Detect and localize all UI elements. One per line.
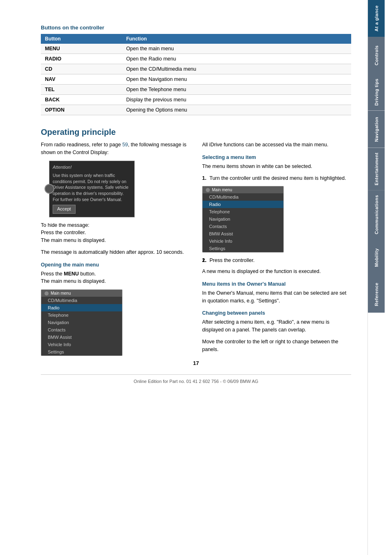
button-function-5: Display the previous menu xyxy=(122,95,351,105)
attention-box: Attention! Use this system only when tra… xyxy=(49,161,135,217)
step-1: Turn the controller until the desired me… xyxy=(202,175,351,182)
menu-item-left-7: Settings xyxy=(41,348,122,356)
menu-item-left-6: Vehicle Info xyxy=(41,341,122,348)
right-column: All iDrive functions can be accessed via… xyxy=(202,141,351,360)
intro-text: From radio readiness, refer to page 59, … xyxy=(41,141,190,157)
menu-item-left-0: CD/Multimedia xyxy=(41,297,122,304)
step-2: 2. Press the controller. xyxy=(202,257,351,264)
sidebar-tab-communications[interactable]: Communications xyxy=(368,190,385,239)
col-header-function: Function xyxy=(122,34,351,44)
auto-hide-text: The message is automatically hidden afte… xyxy=(41,248,190,256)
menu-items-container-left: CD/MultimediaRadioTelephoneNavigationCon… xyxy=(41,297,122,356)
menu-item-right-5: BMW Assist xyxy=(203,230,283,237)
button-name-1: RADIO xyxy=(41,54,122,64)
selecting-intro: The menu items shown in white can be sel… xyxy=(202,163,351,170)
new-menu-text: A new menu is displayed or the function … xyxy=(202,268,351,275)
controller-dot xyxy=(45,184,54,194)
selecting-heading: Selecting a menu item xyxy=(202,154,351,160)
accept-button[interactable]: Accept xyxy=(53,205,76,213)
main-content: Buttons on the controller Button Functio… xyxy=(0,0,368,555)
hide-message-text: To hide the message: Press the controlle… xyxy=(41,222,190,244)
opening-main-menu-heading: Opening the main menu xyxy=(41,262,190,268)
col-header-button: Button xyxy=(41,34,122,44)
button-function-6: Opening the Options menu xyxy=(122,105,351,115)
button-name-5: BACK xyxy=(41,95,122,105)
menu-items-container-right: CD/MultimediaRadioTelephoneNavigationCon… xyxy=(203,193,283,252)
button-function-0: Open the main menu xyxy=(122,44,351,54)
menu-item-right-3: Navigation xyxy=(203,215,283,223)
menu-item-left-4: Contacts xyxy=(41,326,122,333)
sidebar-tab-controls[interactable]: Controls xyxy=(368,37,385,74)
menu-title-right: Main menu xyxy=(212,188,232,192)
menu-item-right-7: Settings xyxy=(203,245,283,252)
left-column: From radio readiness, refer to page 59, … xyxy=(41,141,190,360)
page-number: 17 xyxy=(41,360,351,366)
main-menu-mockup-right: Main menu CD/MultimediaRadioTelephoneNav… xyxy=(202,186,284,253)
menu-icon-right xyxy=(206,188,210,192)
changing-panels-text2: Move the controller to the left or right… xyxy=(202,338,351,354)
operating-principle-title: Operating principle xyxy=(41,128,351,137)
button-function-2: Open the CD/Multimedia menu xyxy=(122,64,351,74)
menu-item-right-2: Telephone xyxy=(203,208,283,215)
menu-item-right-0: CD/Multimedia xyxy=(203,193,283,201)
menu-item-left-3: Navigation xyxy=(41,319,122,326)
sidebar: At a glance Controls Driving tips Naviga… xyxy=(368,0,385,555)
menu-item-right-1: Radio xyxy=(203,201,283,208)
button-function-3: Open the Navigation menu xyxy=(122,74,351,85)
button-name-6: OPTION xyxy=(41,105,122,115)
menu-item-left-1: Radio xyxy=(41,304,122,311)
steps-list: Turn the controller until the desired me… xyxy=(202,175,351,182)
menu-item-right-4: Contacts xyxy=(203,223,283,230)
attention-body-text: Use this system only when traffic condit… xyxy=(53,172,131,202)
opening-main-menu-text: Press the MENU button. The main menu is … xyxy=(41,270,190,286)
button-name-4: TEL xyxy=(41,85,122,95)
owners-manual-heading: Menu items in the Owner's Manual xyxy=(202,281,351,287)
sidebar-tab-reference[interactable]: Reference xyxy=(368,276,385,313)
buttons-table: Button Function MENUOpen the main menuRA… xyxy=(41,34,351,115)
owners-manual-text: In the Owner's Manual, menu items that c… xyxy=(202,289,351,305)
attention-title: Attention! xyxy=(53,164,131,170)
page-footer: Online Edition for Part no. 01 41 2 602 … xyxy=(41,374,351,388)
sidebar-tab-mobility[interactable]: Mobility xyxy=(368,239,385,276)
attention-wrapper: Attention! Use this system only when tra… xyxy=(41,161,190,217)
sidebar-tab-at-glance[interactable]: At a glance xyxy=(368,0,385,37)
button-name-3: NAV xyxy=(41,74,122,85)
menu-title-bar-right: Main menu xyxy=(203,186,283,193)
menu-title-left: Main menu xyxy=(51,291,71,295)
main-menu-mockup-left: Main menu CD/MultimediaRadioTelephoneNav… xyxy=(41,289,122,356)
menu-item-right-6: Vehicle Info xyxy=(203,237,283,245)
page-link[interactable]: 59 xyxy=(122,142,128,148)
button-name-0: MENU xyxy=(41,44,122,54)
sidebar-tab-navigation[interactable]: Navigation xyxy=(368,111,385,148)
menu-item-left-5: BMW Assist xyxy=(41,333,122,341)
changing-panels-heading: Changing between panels xyxy=(202,310,351,316)
step2-list: 2. Press the controller. xyxy=(202,257,351,264)
changing-panels-text1: After selecting a menu item, e.g. "Radio… xyxy=(202,318,351,334)
sidebar-tab-driving[interactable]: Driving tips xyxy=(368,74,385,111)
all-functions-text: All iDrive functions can be accessed via… xyxy=(202,141,351,149)
button-function-1: Open the Radio menu xyxy=(122,54,351,64)
menu-item-left-2: Telephone xyxy=(41,311,122,319)
menu-icon-left xyxy=(45,291,49,295)
button-name-2: CD xyxy=(41,64,122,74)
button-function-4: Open the Telephone menu xyxy=(122,85,351,95)
menu-title-bar-left: Main menu xyxy=(41,290,122,297)
menu-bold: MENU xyxy=(64,271,79,277)
buttons-section-title: Buttons on the controller xyxy=(41,25,351,31)
sidebar-tab-entertainment[interactable]: Entertainment xyxy=(368,148,385,190)
